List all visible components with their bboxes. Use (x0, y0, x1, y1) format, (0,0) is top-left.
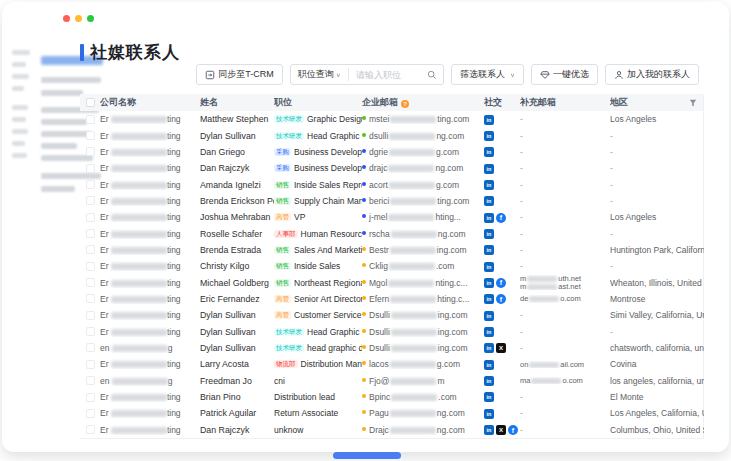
row-checkbox[interactable] (86, 311, 95, 320)
social-cell: inf (484, 294, 520, 305)
row-checkbox[interactable] (86, 278, 95, 287)
linkedin-icon[interactable]: in (484, 278, 494, 288)
table-row[interactable]: Er ting Dylan Sullivan 高管Customer Servic… (80, 307, 703, 323)
select-all-checkbox[interactable] (86, 98, 95, 107)
linkedin-icon[interactable]: in (484, 147, 494, 157)
facebook-icon[interactable]: f (496, 294, 506, 304)
table-row[interactable]: Er ting Dylan Sullivan 技术研发Head Graphic … (80, 127, 703, 143)
table-row[interactable]: Er ting Joshua Mehraban 高管VP j-melhting.… (80, 209, 703, 225)
close-window-icon[interactable] (63, 15, 70, 22)
linkedin-icon[interactable]: in (484, 213, 494, 223)
row-checkbox[interactable] (86, 294, 95, 303)
x-icon[interactable]: X (496, 343, 506, 353)
table-row[interactable]: Er ting Brenda Erickson Pe 销售Supply Chai… (80, 193, 703, 209)
linkedin-icon[interactable]: in (484, 343, 494, 353)
row-checkbox[interactable] (86, 229, 95, 238)
row-checkbox[interactable] (86, 180, 95, 189)
sidebar-item[interactable] (41, 77, 101, 83)
table-row[interactable]: en g Freedman Jo cni Fjo@m in mao.com lo… (80, 373, 703, 389)
add-to-my-contacts-button[interactable]: 加入我的联系人 (605, 64, 699, 85)
linkedin-icon[interactable]: in (484, 180, 494, 190)
linkedin-icon[interactable]: in (484, 360, 494, 370)
rail-item[interactable] (12, 141, 25, 146)
one-click-optimize-button[interactable]: 一键优选 (531, 64, 598, 85)
row-checkbox[interactable] (86, 360, 95, 369)
rail-item[interactable] (12, 86, 24, 91)
rail-item[interactable] (12, 153, 27, 158)
x-icon[interactable]: X (496, 425, 506, 435)
table-row[interactable]: Er ting Christy Kilgo 销售Inside Sales Ckl… (80, 258, 703, 274)
filter-funnel-icon[interactable] (689, 99, 697, 107)
linkedin-icon[interactable]: in (484, 425, 494, 435)
row-checkbox[interactable] (86, 425, 95, 434)
linkedin-icon[interactable]: in (484, 311, 494, 321)
table-row[interactable]: Er ting Larry Acosta 物流部Distribution Man… (80, 356, 703, 372)
row-checkbox[interactable] (86, 343, 95, 352)
linkedin-icon[interactable]: in (484, 294, 494, 304)
facebook-icon[interactable]: f (508, 425, 518, 435)
row-checkbox[interactable] (86, 245, 95, 254)
row-checkbox[interactable] (86, 393, 95, 402)
table-row[interactable]: Er ting Brian Pino Distribution lead Bpi… (80, 389, 703, 405)
row-checkbox[interactable] (86, 147, 95, 156)
linkedin-icon[interactable]: in (484, 376, 494, 386)
minimize-window-icon[interactable] (75, 15, 82, 22)
table-row[interactable]: Er ting Brenda Estrada 销售Sales And Marke… (80, 242, 703, 258)
region-cell: El Monte (610, 392, 704, 402)
table-row[interactable]: Er ting Eric Fernandez 高管Senior Art Dire… (80, 291, 703, 307)
row-checkbox[interactable] (86, 262, 95, 271)
facebook-icon[interactable]: f (496, 213, 506, 223)
position-query-dropdown[interactable]: 职位查询 ∨ (291, 68, 348, 81)
linkedin-icon[interactable]: in (484, 245, 494, 255)
row-checkbox[interactable] (86, 196, 95, 205)
table-row[interactable]: Er ting Roselle Schafer 人事部Human Resourc… (80, 225, 703, 241)
chevron-down-icon: ∨ (510, 71, 515, 77)
horizontal-scrollbar[interactable] (333, 452, 401, 459)
linkedin-icon[interactable]: in (484, 229, 494, 239)
table-row[interactable]: Er ting Dan Griego 采购Business Developmen… (80, 144, 703, 160)
position-search-input[interactable] (349, 70, 427, 80)
rail-item[interactable] (12, 62, 26, 67)
row-checkbox[interactable] (86, 376, 95, 385)
rail-item[interactable] (12, 74, 29, 79)
linkedin-icon[interactable]: in (484, 409, 494, 419)
table-row[interactable]: Er ting Dan Rajczyk 采购Business Developme… (80, 160, 703, 176)
row-checkbox[interactable] (86, 409, 95, 418)
linkedin-icon[interactable]: in (484, 262, 494, 272)
linkedin-icon[interactable]: in (484, 392, 494, 402)
linkedin-icon[interactable]: in (484, 196, 494, 206)
table-row[interactable]: Er ting Dan Rajczyk unknow Drajcng.com i… (80, 422, 703, 438)
row-checkbox[interactable] (86, 213, 95, 222)
linkedin-icon[interactable]: in (484, 131, 494, 141)
sidebar-item[interactable] (41, 143, 77, 149)
search-icon[interactable] (427, 70, 437, 80)
rail-item[interactable] (12, 105, 28, 110)
row-checkbox[interactable] (86, 115, 95, 124)
email-tip-icon[interactable]: ? (401, 100, 409, 108)
row-checkbox[interactable] (86, 164, 95, 173)
maximize-window-icon[interactable] (87, 15, 94, 22)
linkedin-icon[interactable]: in (484, 164, 494, 174)
linkedin-icon[interactable]: in (484, 327, 494, 337)
sync-to-tcrm-button[interactable]: 同步至T-CRM (196, 64, 283, 85)
table-row[interactable]: Er ting Matthew Stephen 技术研发Graphic Desi… (80, 111, 703, 127)
sidebar-item[interactable] (41, 90, 83, 96)
rail-item[interactable] (12, 50, 30, 55)
department-tag: 技术研发 (274, 132, 304, 140)
table-row[interactable]: en g Dylan Sullivan 技术研发head graphic des… (80, 340, 703, 356)
rail-item[interactable] (12, 117, 26, 122)
table-row[interactable]: Er ting Dylan Sullivan 技术研发Head Graphic … (80, 323, 703, 339)
filter-contacts-dropdown[interactable]: 筛选联系人 ∨ (451, 64, 524, 85)
row-checkbox[interactable] (86, 327, 95, 336)
row-checkbox[interactable] (86, 131, 95, 140)
linkedin-icon[interactable]: in (484, 115, 494, 125)
table-row[interactable]: Er ting Amanda Ignelzi 销售Inside Sales Re… (80, 176, 703, 192)
contacts-table: 公司名称 姓名 职位 企业邮箱? 社交 补充邮箱 地区 (80, 94, 704, 439)
table-row[interactable]: Er ting Patrick Aguilar Return Associate… (80, 405, 703, 421)
department-tag: 销售 (274, 262, 291, 270)
rail-item[interactable] (12, 129, 28, 134)
region-cell: - (610, 163, 704, 173)
table-row[interactable]: Er ting Michael Goldberg 销售Northeast Reg… (80, 274, 703, 290)
sidebar-item[interactable] (41, 186, 75, 192)
facebook-icon[interactable]: f (496, 278, 506, 288)
